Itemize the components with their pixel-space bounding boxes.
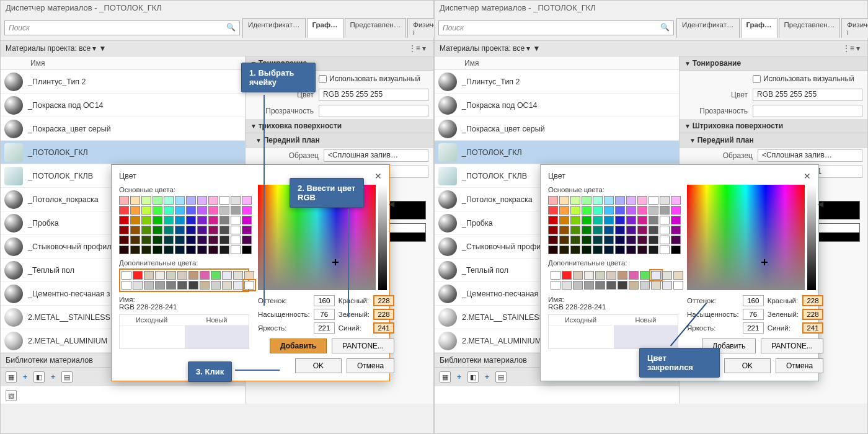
pantone-button[interactable]: PANTONE... bbox=[761, 339, 823, 353]
swatch[interactable] bbox=[604, 246, 614, 254]
pantone-button[interactable]: PANTONE... bbox=[332, 339, 394, 353]
swatch[interactable] bbox=[197, 246, 207, 254]
property-set-icon[interactable]: ▧ bbox=[6, 390, 17, 401]
swatch[interactable] bbox=[242, 206, 252, 215]
green-input[interactable] bbox=[373, 309, 394, 320]
swatch[interactable] bbox=[141, 206, 151, 215]
swatch[interactable] bbox=[637, 206, 647, 215]
search-input[interactable]: Поиск 🔍 bbox=[4, 20, 240, 35]
transparency-value[interactable] bbox=[753, 105, 862, 117]
swatch[interactable] bbox=[242, 226, 252, 234]
swatch[interactable] bbox=[188, 281, 198, 290]
swatch[interactable] bbox=[164, 216, 174, 224]
sample-value[interactable]: <Сплошная залив… bbox=[758, 149, 862, 162]
search-icon[interactable]: 🔍 bbox=[226, 23, 236, 32]
swatch[interactable] bbox=[660, 206, 670, 215]
lum-input[interactable] bbox=[314, 322, 335, 334]
use-visual-checkbox[interactable] bbox=[319, 75, 327, 83]
swatch[interactable] bbox=[153, 206, 162, 215]
swatch[interactable] bbox=[559, 196, 569, 205]
custom-swatches-highlighted[interactable] bbox=[119, 268, 249, 292]
swatch[interactable] bbox=[186, 236, 196, 244]
swatch[interactable] bbox=[615, 236, 625, 244]
swatch[interactable] bbox=[595, 281, 605, 290]
blue-input[interactable] bbox=[802, 322, 823, 334]
swatch[interactable] bbox=[637, 216, 647, 224]
swatch[interactable] bbox=[155, 281, 165, 290]
swatch[interactable] bbox=[671, 226, 681, 234]
swatch[interactable] bbox=[231, 216, 241, 224]
swatch[interactable] bbox=[584, 281, 594, 290]
swatch[interactable] bbox=[606, 271, 616, 280]
tab-appearance[interactable]: Представлен… bbox=[345, 18, 407, 38]
swatch[interactable] bbox=[233, 281, 243, 290]
swatch[interactable] bbox=[551, 271, 560, 280]
section-foreground[interactable]: Передний план bbox=[264, 136, 320, 144]
swatch[interactable] bbox=[570, 236, 580, 244]
folder-icon[interactable]: ▤ bbox=[61, 371, 73, 383]
swatch[interactable] bbox=[651, 271, 661, 280]
swatch[interactable] bbox=[604, 226, 614, 234]
swatch[interactable] bbox=[649, 226, 658, 234]
swatch[interactable] bbox=[200, 281, 210, 290]
swatch[interactable] bbox=[582, 226, 591, 234]
swatch[interactable] bbox=[164, 196, 174, 205]
ok-button[interactable]: OK bbox=[724, 358, 771, 373]
swatch[interactable] bbox=[119, 246, 129, 254]
swatch[interactable] bbox=[219, 216, 229, 224]
swatch[interactable] bbox=[573, 271, 583, 280]
swatch[interactable] bbox=[649, 246, 658, 254]
tab-appearance[interactable]: Представлен… bbox=[779, 18, 841, 38]
swatch[interactable] bbox=[604, 236, 614, 244]
lum-input[interactable] bbox=[743, 322, 764, 334]
swatch[interactable] bbox=[660, 236, 670, 244]
luminance-slider[interactable] bbox=[807, 185, 816, 290]
swatch[interactable] bbox=[673, 271, 683, 280]
filter-icon[interactable]: ▼ bbox=[99, 44, 106, 53]
list-item[interactable]: _Покраска под ОС14 bbox=[1, 94, 245, 117]
sat-input[interactable] bbox=[743, 309, 764, 320]
swatch[interactable] bbox=[582, 216, 591, 224]
close-icon[interactable]: ✕ bbox=[804, 171, 811, 181]
section-tint[interactable]: Тонирование bbox=[693, 59, 741, 68]
swatch[interactable] bbox=[186, 226, 196, 234]
swatch[interactable] bbox=[231, 246, 241, 254]
swatch[interactable] bbox=[626, 206, 636, 215]
swatch[interactable] bbox=[122, 281, 131, 290]
filter-label[interactable]: Материалы проекта: все ▾ bbox=[6, 44, 96, 53]
ok-button[interactable]: OK bbox=[295, 358, 342, 373]
swatch[interactable] bbox=[660, 246, 670, 254]
swatch[interactable] bbox=[175, 196, 185, 205]
swatch[interactable] bbox=[119, 236, 129, 244]
swatch[interactable] bbox=[593, 226, 603, 234]
swatch[interactable] bbox=[208, 216, 218, 224]
swatch[interactable] bbox=[119, 226, 129, 234]
swatch[interactable] bbox=[164, 236, 174, 244]
swatch[interactable] bbox=[559, 246, 569, 254]
swatch[interactable] bbox=[604, 216, 614, 224]
swatch[interactable] bbox=[649, 236, 658, 244]
swatch[interactable] bbox=[615, 216, 625, 224]
swatch[interactable] bbox=[548, 226, 558, 234]
swatch[interactable] bbox=[155, 271, 165, 280]
swatch[interactable] bbox=[164, 226, 174, 234]
swatch[interactable] bbox=[626, 246, 636, 254]
column-header-name[interactable]: Имя bbox=[1, 56, 245, 70]
swatch[interactable] bbox=[153, 226, 162, 234]
swatch[interactable] bbox=[570, 226, 580, 234]
swatch[interactable] bbox=[593, 216, 603, 224]
swatch[interactable] bbox=[548, 236, 558, 244]
swatch[interactable] bbox=[584, 271, 594, 280]
swatch[interactable] bbox=[649, 206, 658, 215]
swatch[interactable] bbox=[629, 281, 639, 290]
sat-input[interactable] bbox=[314, 309, 335, 320]
swatch[interactable] bbox=[211, 271, 221, 280]
section-surface[interactable]: триховка поверхности bbox=[259, 122, 342, 130]
blue-input[interactable] bbox=[373, 322, 394, 334]
swatch[interactable] bbox=[626, 236, 636, 244]
basic-swatches[interactable] bbox=[119, 196, 249, 254]
swatch[interactable] bbox=[562, 281, 572, 290]
swatch[interactable] bbox=[219, 246, 229, 254]
column-header-name[interactable]: Имя bbox=[435, 56, 679, 70]
swatch[interactable] bbox=[188, 271, 198, 280]
